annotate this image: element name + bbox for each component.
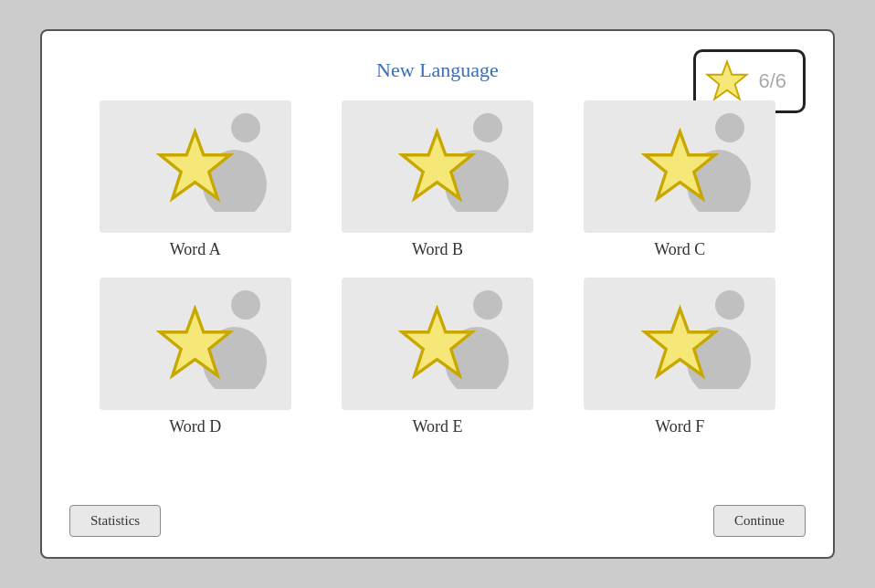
word-label: Word C xyxy=(654,240,705,259)
word-card-d[interactable] xyxy=(100,278,291,410)
svg-point-13 xyxy=(473,290,502,320)
word-star-icon xyxy=(156,128,234,205)
svg-marker-9 xyxy=(645,131,715,198)
svg-marker-0 xyxy=(708,61,747,99)
word-card-a[interactable] xyxy=(100,100,291,233)
word-star-icon xyxy=(641,305,719,383)
svg-marker-18 xyxy=(645,309,715,375)
list-item[interactable]: Word F xyxy=(573,278,787,436)
list-item[interactable]: Word B xyxy=(330,100,544,259)
score-star-icon xyxy=(705,59,749,103)
score-value: 6/6 xyxy=(758,69,786,93)
continue-button[interactable]: Continue xyxy=(713,505,806,537)
svg-point-7 xyxy=(715,113,744,142)
word-star-icon xyxy=(398,305,476,383)
word-label: Word F xyxy=(655,417,704,436)
svg-point-1 xyxy=(231,113,260,142)
word-label: Word B xyxy=(412,240,463,259)
word-card-c[interactable] xyxy=(584,100,775,233)
list-item[interactable]: Word A xyxy=(88,100,302,259)
word-card-e[interactable] xyxy=(342,278,533,410)
svg-marker-12 xyxy=(160,309,230,375)
svg-point-16 xyxy=(715,290,744,320)
list-item[interactable]: Word E xyxy=(330,278,544,436)
word-card-f[interactable] xyxy=(584,278,775,410)
list-item[interactable]: Word C xyxy=(573,100,787,259)
word-label: Word A xyxy=(170,240,221,259)
svg-marker-3 xyxy=(160,131,230,198)
word-card-b[interactable] xyxy=(342,100,533,233)
svg-point-4 xyxy=(473,113,502,142)
statistics-button[interactable]: Statistics xyxy=(69,505,161,537)
list-item[interactable]: Word D xyxy=(88,278,302,436)
svg-point-10 xyxy=(231,290,260,320)
word-star-icon xyxy=(398,128,476,205)
word-label: Word E xyxy=(412,417,462,436)
bottom-bar: Statistics Continue xyxy=(69,505,806,537)
main-panel: New Language 6/6 Word A xyxy=(40,29,835,559)
word-label: Word D xyxy=(169,417,221,436)
svg-marker-6 xyxy=(403,131,473,198)
word-grid: Word A Word B xyxy=(88,100,787,436)
word-star-icon xyxy=(156,305,234,383)
word-star-icon xyxy=(641,128,719,205)
svg-marker-15 xyxy=(403,309,473,375)
